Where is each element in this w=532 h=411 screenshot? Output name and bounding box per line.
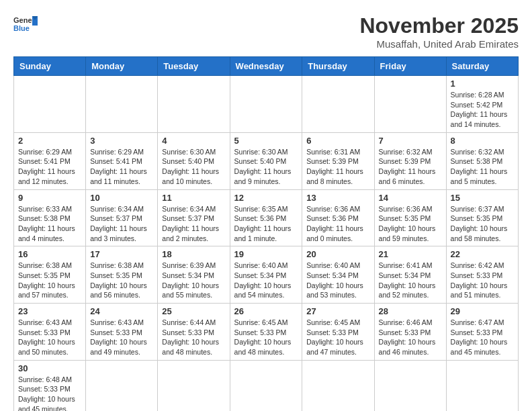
- cell-info: Sunrise: 6:40 AM Sunset: 5:34 PM Dayligh…: [306, 261, 369, 300]
- week-row-6: 30Sunrise: 6:48 AM Sunset: 5:33 PM Dayli…: [14, 360, 519, 411]
- calendar-cell: 18Sunrise: 6:39 AM Sunset: 5:34 PM Dayli…: [158, 246, 230, 304]
- day-number: 9: [18, 193, 81, 203]
- cell-info: Sunrise: 6:37 AM Sunset: 5:35 PM Dayligh…: [451, 204, 514, 244]
- day-number: 23: [18, 306, 81, 316]
- cell-info: Sunrise: 6:36 AM Sunset: 5:35 PM Dayligh…: [379, 204, 442, 244]
- weekday-header-friday: Friday: [374, 57, 446, 76]
- cell-info: Sunrise: 6:32 AM Sunset: 5:39 PM Dayligh…: [379, 147, 442, 187]
- day-number: 8: [451, 136, 514, 146]
- day-number: 20: [306, 249, 369, 259]
- day-number: 3: [90, 136, 153, 146]
- calendar-cell: 14Sunrise: 6:36 AM Sunset: 5:35 PM Dayli…: [374, 189, 446, 246]
- calendar-cell: 5Sunrise: 6:30 AM Sunset: 5:40 PM Daylig…: [230, 132, 302, 189]
- calendar-cell: 8Sunrise: 6:32 AM Sunset: 5:38 PM Daylig…: [446, 132, 518, 189]
- week-row-1: 1Sunrise: 6:28 AM Sunset: 5:42 PM Daylig…: [14, 76, 519, 133]
- calendar-cell: [374, 76, 446, 133]
- week-row-3: 9Sunrise: 6:33 AM Sunset: 5:38 PM Daylig…: [14, 189, 519, 246]
- day-number: 4: [162, 136, 225, 146]
- calendar-cell: 22Sunrise: 6:42 AM Sunset: 5:33 PM Dayli…: [446, 246, 518, 304]
- cell-info: Sunrise: 6:41 AM Sunset: 5:34 PM Dayligh…: [379, 261, 442, 300]
- calendar-cell: 11Sunrise: 6:34 AM Sunset: 5:37 PM Dayli…: [158, 189, 230, 246]
- logo-icon: General Blue: [13, 13, 38, 32]
- calendar-cell: 15Sunrise: 6:37 AM Sunset: 5:35 PM Dayli…: [446, 189, 518, 246]
- cell-info: Sunrise: 6:33 AM Sunset: 5:38 PM Dayligh…: [18, 204, 81, 244]
- calendar-cell: 7Sunrise: 6:32 AM Sunset: 5:39 PM Daylig…: [374, 132, 446, 189]
- week-row-4: 16Sunrise: 6:38 AM Sunset: 5:35 PM Dayli…: [14, 246, 519, 304]
- weekday-header-monday: Monday: [86, 57, 158, 76]
- calendar-cell: 9Sunrise: 6:33 AM Sunset: 5:38 PM Daylig…: [14, 189, 86, 246]
- calendar-cell: 30Sunrise: 6:48 AM Sunset: 5:33 PM Dayli…: [14, 360, 86, 411]
- calendar-cell: 10Sunrise: 6:34 AM Sunset: 5:37 PM Dayli…: [86, 189, 158, 246]
- day-number: 5: [234, 136, 298, 146]
- calendar-cell: 25Sunrise: 6:44 AM Sunset: 5:33 PM Dayli…: [158, 304, 230, 361]
- calendar-cell: 24Sunrise: 6:43 AM Sunset: 5:33 PM Dayli…: [86, 304, 158, 361]
- calendar-cell: 3Sunrise: 6:29 AM Sunset: 5:41 PM Daylig…: [86, 132, 158, 189]
- cell-info: Sunrise: 6:38 AM Sunset: 5:35 PM Dayligh…: [18, 261, 81, 300]
- day-number: 14: [379, 193, 442, 203]
- day-number: 11: [162, 193, 225, 203]
- page-header: General Blue November 2025 Musaffah, Uni…: [13, 13, 519, 50]
- cell-info: Sunrise: 6:30 AM Sunset: 5:40 PM Dayligh…: [162, 147, 225, 187]
- calendar-cell: 12Sunrise: 6:35 AM Sunset: 5:36 PM Dayli…: [230, 189, 302, 246]
- cell-info: Sunrise: 6:30 AM Sunset: 5:40 PM Dayligh…: [234, 147, 298, 187]
- cell-info: Sunrise: 6:29 AM Sunset: 5:41 PM Dayligh…: [90, 147, 153, 187]
- week-row-5: 23Sunrise: 6:43 AM Sunset: 5:33 PM Dayli…: [14, 304, 519, 361]
- calendar-cell: 20Sunrise: 6:40 AM Sunset: 5:34 PM Dayli…: [302, 246, 374, 304]
- day-number: 19: [234, 249, 298, 259]
- weekday-header-sunday: Sunday: [14, 57, 86, 76]
- day-number: 25: [162, 306, 225, 316]
- calendar-cell: 21Sunrise: 6:41 AM Sunset: 5:34 PM Dayli…: [374, 246, 446, 304]
- day-number: 24: [90, 306, 153, 316]
- cell-info: Sunrise: 6:38 AM Sunset: 5:35 PM Dayligh…: [90, 261, 153, 300]
- day-number: 22: [451, 249, 514, 259]
- calendar-cell: 27Sunrise: 6:45 AM Sunset: 5:33 PM Dayli…: [302, 304, 374, 361]
- calendar-cell: 13Sunrise: 6:36 AM Sunset: 5:36 PM Dayli…: [302, 189, 374, 246]
- calendar-cell: 23Sunrise: 6:43 AM Sunset: 5:33 PM Dayli…: [14, 304, 86, 361]
- day-number: 15: [451, 193, 514, 203]
- cell-info: Sunrise: 6:34 AM Sunset: 5:37 PM Dayligh…: [90, 204, 153, 244]
- calendar-cell: [230, 76, 302, 133]
- day-number: 26: [234, 306, 298, 316]
- calendar-cell: 28Sunrise: 6:46 AM Sunset: 5:33 PM Dayli…: [374, 304, 446, 361]
- cell-info: Sunrise: 6:45 AM Sunset: 5:33 PM Dayligh…: [306, 318, 369, 357]
- weekday-header-thursday: Thursday: [302, 57, 374, 76]
- cell-info: Sunrise: 6:32 AM Sunset: 5:38 PM Dayligh…: [451, 147, 514, 187]
- calendar-cell: 17Sunrise: 6:38 AM Sunset: 5:35 PM Dayli…: [86, 246, 158, 304]
- cell-info: Sunrise: 6:42 AM Sunset: 5:33 PM Dayligh…: [451, 261, 514, 300]
- month-title: November 2025: [359, 13, 519, 38]
- calendar-cell: [86, 360, 158, 411]
- weekday-header-tuesday: Tuesday: [158, 57, 230, 76]
- cell-info: Sunrise: 6:43 AM Sunset: 5:33 PM Dayligh…: [18, 318, 81, 357]
- calendar-cell: 19Sunrise: 6:40 AM Sunset: 5:34 PM Dayli…: [230, 246, 302, 304]
- day-number: 18: [162, 249, 225, 259]
- calendar-cell: [230, 360, 302, 411]
- calendar-cell: 26Sunrise: 6:45 AM Sunset: 5:33 PM Dayli…: [230, 304, 302, 361]
- calendar-cell: [14, 76, 86, 133]
- calendar-cell: [302, 360, 374, 411]
- svg-text:Blue: Blue: [13, 24, 30, 32]
- logo: General Blue: [13, 13, 38, 32]
- calendar-cell: [446, 360, 518, 411]
- day-number: 27: [306, 306, 369, 316]
- calendar-cell: 1Sunrise: 6:28 AM Sunset: 5:42 PM Daylig…: [446, 76, 518, 133]
- weekday-header-row: SundayMondayTuesdayWednesdayThursdayFrid…: [14, 57, 519, 76]
- cell-info: Sunrise: 6:43 AM Sunset: 5:33 PM Dayligh…: [90, 318, 153, 357]
- day-number: 30: [18, 363, 81, 373]
- cell-info: Sunrise: 6:34 AM Sunset: 5:37 PM Dayligh…: [162, 204, 225, 244]
- location-subtitle: Musaffah, United Arab Emirates: [359, 38, 519, 50]
- cell-info: Sunrise: 6:39 AM Sunset: 5:34 PM Dayligh…: [162, 261, 225, 300]
- calendar-cell: 29Sunrise: 6:47 AM Sunset: 5:33 PM Dayli…: [446, 304, 518, 361]
- cell-info: Sunrise: 6:28 AM Sunset: 5:42 PM Dayligh…: [451, 90, 514, 130]
- cell-info: Sunrise: 6:36 AM Sunset: 5:36 PM Dayligh…: [306, 204, 369, 244]
- cell-info: Sunrise: 6:29 AM Sunset: 5:41 PM Dayligh…: [18, 147, 81, 187]
- day-number: 21: [379, 249, 442, 259]
- calendar-cell: 16Sunrise: 6:38 AM Sunset: 5:35 PM Dayli…: [14, 246, 86, 304]
- calendar-cell: 2Sunrise: 6:29 AM Sunset: 5:41 PM Daylig…: [14, 132, 86, 189]
- day-number: 12: [234, 193, 298, 203]
- day-number: 2: [18, 136, 81, 146]
- cell-info: Sunrise: 6:45 AM Sunset: 5:33 PM Dayligh…: [234, 318, 298, 357]
- weekday-header-wednesday: Wednesday: [230, 57, 302, 76]
- day-number: 16: [18, 249, 81, 259]
- day-number: 29: [451, 306, 514, 316]
- week-row-2: 2Sunrise: 6:29 AM Sunset: 5:41 PM Daylig…: [14, 132, 519, 189]
